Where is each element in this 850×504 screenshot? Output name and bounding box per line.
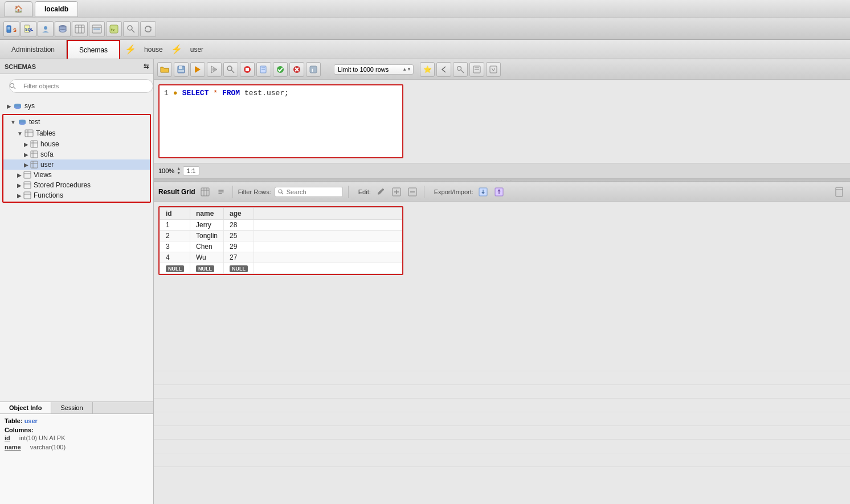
- view-btn[interactable]: [89, 21, 105, 37]
- keyword-from: FROM: [222, 89, 240, 97]
- grid-view-btn[interactable]: [199, 186, 211, 198]
- zoom-up[interactable]: ▲: [177, 166, 181, 171]
- sql-file-btn[interactable]: SQL: [21, 21, 36, 37]
- import-btn[interactable]: [493, 186, 505, 198]
- arrow-icon: ▶: [7, 103, 11, 109]
- tree-item-views[interactable]: ▶ Views: [3, 170, 150, 180]
- table-row-null[interactable]: NULL NULL NULL: [160, 263, 402, 274]
- tree-item-house[interactable]: ▶ house: [3, 139, 150, 149]
- stop-sql-btn[interactable]: [240, 62, 255, 77]
- tree-item-user[interactable]: ▶ user: [3, 159, 150, 170]
- null-badge: NULL: [230, 265, 248, 272]
- delete-row-btn[interactable]: [406, 186, 419, 198]
- svg-rect-31: [25, 130, 33, 137]
- result-toolbar-right: [833, 186, 845, 198]
- tree-item-stored-procedures[interactable]: ▶ Stored Procedures: [3, 180, 150, 190]
- search-btn[interactable]: [123, 21, 139, 37]
- word-wrap-btn[interactable]: [469, 62, 484, 77]
- tree-label-sofa: sofa: [40, 150, 54, 158]
- new-connection-icon: SQL: [6, 24, 17, 34]
- svg-line-21: [132, 30, 134, 32]
- cell-empty-4: [254, 252, 402, 263]
- empty-rows: [154, 358, 850, 505]
- home-icon: 🏠: [14, 5, 23, 13]
- import-icon: [495, 187, 504, 196]
- result-search-input[interactable]: [275, 187, 343, 197]
- sql-star: *: [213, 89, 218, 97]
- commit-btn[interactable]: [273, 62, 288, 77]
- tab-localdb[interactable]: localdb: [35, 1, 78, 17]
- sql-bullet-icon: ●: [173, 89, 178, 97]
- cell-empty-2: [254, 231, 402, 241]
- content-search-btn[interactable]: [453, 62, 468, 77]
- zoom-down[interactable]: ▼: [177, 171, 181, 175]
- tree-item-functions[interactable]: ▶ Functions: [3, 190, 150, 200]
- schema-insert-btn[interactable]: [256, 62, 271, 77]
- run-sql-btn[interactable]: [190, 62, 205, 77]
- users-btn[interactable]: [38, 21, 54, 37]
- svg-point-55: [227, 66, 232, 71]
- table-btn[interactable]: [72, 21, 88, 37]
- svg-point-23: [10, 84, 14, 88]
- cell-name-4: Wu: [190, 252, 224, 263]
- table-row[interactable]: 2 Tonglin 25: [160, 231, 402, 241]
- svg-marker-52: [195, 66, 201, 73]
- format-btn[interactable]: [486, 62, 501, 77]
- sidebar-collapse-icon[interactable]: ⇆: [144, 63, 149, 70]
- find-sql-btn[interactable]: [223, 62, 238, 77]
- tab-user[interactable]: user: [183, 46, 210, 54]
- toolbar-sep2: [348, 186, 349, 198]
- user-tab-icon: ⚡: [171, 44, 182, 55]
- table-row[interactable]: 3 Chen 29: [160, 241, 402, 252]
- filter-input[interactable]: [9, 79, 153, 93]
- svg-point-30: [19, 122, 26, 125]
- info-tab-object[interactable]: Object Info: [0, 402, 51, 413]
- export-btn[interactable]: [477, 186, 489, 198]
- info-tab-session[interactable]: Session: [51, 402, 92, 413]
- table-row[interactable]: 4 Wu 27: [160, 252, 402, 263]
- tree-item-sys[interactable]: ▶ sys: [0, 100, 153, 112]
- sync-btn[interactable]: [140, 21, 156, 37]
- explain-btn[interactable]: [207, 62, 222, 77]
- sql-editor[interactable]: 1 ● SELECT * FROM test.user;: [158, 84, 403, 158]
- rollback-btn[interactable]: [289, 62, 304, 77]
- database-btn[interactable]: [55, 21, 71, 37]
- stored-proc-btn[interactable]: fx: [106, 21, 122, 37]
- table-row[interactable]: 1 Jerry 28: [160, 220, 402, 231]
- arrow-icon-test: ▼: [10, 119, 16, 125]
- columns-label: Columns:: [5, 427, 149, 433]
- tab-schemas[interactable]: Schemas: [67, 40, 120, 59]
- svg-line-56: [231, 70, 234, 73]
- tree-item-tables[interactable]: ▼ Tables: [3, 128, 150, 139]
- form-view-btn[interactable]: [215, 186, 227, 198]
- empty-row: [154, 399, 850, 412]
- zoom-stepper[interactable]: ▲ ▼: [177, 166, 181, 175]
- new-connection-btn[interactable]: SQL: [3, 21, 19, 37]
- arrow-tables: ▼: [17, 130, 23, 137]
- open-folder-btn[interactable]: [157, 62, 172, 77]
- tree-label-test: test: [29, 118, 40, 126]
- star-btn[interactable]: ⭐: [420, 62, 435, 77]
- help-btn[interactable]: i: [306, 62, 321, 77]
- edit-pencil-icon: [376, 187, 385, 196]
- svg-rect-43: [24, 171, 31, 178]
- cell-id-4: 4: [160, 252, 190, 263]
- tree-label-house: house: [40, 140, 59, 148]
- null-badge: NULL: [196, 265, 214, 272]
- extra-toolbar: ⭐: [420, 62, 501, 77]
- add-row-btn[interactable]: [390, 186, 403, 198]
- prev-results-btn[interactable]: [436, 62, 451, 77]
- tree-item-test[interactable]: ▼ test: [3, 116, 150, 128]
- svg-point-68: [457, 66, 461, 70]
- toggle-panel-btn[interactable]: [833, 186, 845, 198]
- tab-house[interactable]: house: [137, 46, 170, 54]
- limit-select[interactable]: Limit to 1000 rows Don't Limit Limit to …: [334, 64, 414, 75]
- save-sql-btn[interactable]: [174, 62, 189, 77]
- tree-item-sofa[interactable]: ▶ sofa: [3, 149, 150, 159]
- tab-administration[interactable]: Administration: [0, 40, 67, 59]
- col-name-type: varchar(100): [30, 444, 66, 450]
- edit-pencil-btn[interactable]: [374, 186, 387, 198]
- svg-point-9: [59, 29, 66, 32]
- home-tab[interactable]: 🏠: [5, 1, 32, 17]
- run-icon: [193, 65, 202, 74]
